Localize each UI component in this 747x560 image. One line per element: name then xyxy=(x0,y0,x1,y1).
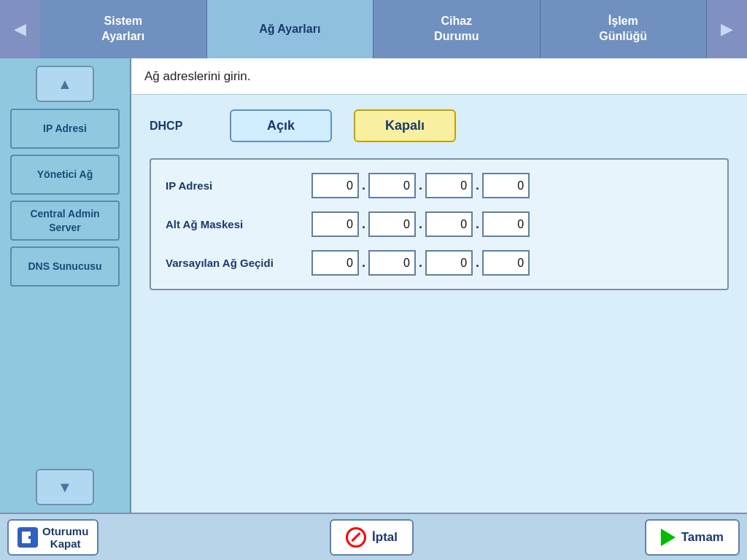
content-header-text: Ağ adreslerini girin. xyxy=(144,69,251,84)
content-body: DHCP Açık Kapalı IP Adresi . . . xyxy=(131,95,747,513)
tab-ag[interactable]: Ağ Ayarları xyxy=(207,0,374,58)
oturumu-kapat-button[interactable]: OturumuKapat xyxy=(7,519,98,556)
varsayilan-dot-3: . xyxy=(476,255,479,271)
alt-ag-octet-1[interactable] xyxy=(311,211,359,237)
dhcp-kapali-button[interactable]: Kapalı xyxy=(354,109,456,142)
ip-dot-1: . xyxy=(362,178,365,193)
oturumu-kapat-icon xyxy=(18,527,38,548)
tab-islem[interactable]: İşlemGünlüğü xyxy=(541,0,708,58)
varsayilan-octet-1[interactable] xyxy=(311,250,359,276)
cancel-icon xyxy=(346,527,366,548)
dhcp-acik-button[interactable]: Açık xyxy=(230,109,332,142)
ip-adresi-row: IP Adresi . . . xyxy=(166,173,713,198)
alt-ag-octet-2[interactable] xyxy=(368,211,416,237)
ip-adresi-octet-4[interactable] xyxy=(482,173,530,198)
svg-marker-2 xyxy=(31,534,34,540)
main-layout: ▲ IP Adresi Yönetici Ağ Central Admin Se… xyxy=(0,58,747,513)
nav-left-arrow[interactable]: ◀ xyxy=(0,0,40,58)
content-area: Ağ adreslerini girin. DHCP Açık Kapalı I… xyxy=(131,58,747,513)
varsayilan-dot-2: . xyxy=(419,255,422,271)
sidebar-down-arrow[interactable]: ▼ xyxy=(36,469,94,505)
varsayilan-fields: . . . xyxy=(311,250,530,276)
ip-adresi-octet-1[interactable] xyxy=(311,173,359,198)
tamam-button[interactable]: Tamam xyxy=(645,519,740,556)
iptal-button[interactable]: İptal xyxy=(330,519,414,556)
sidebar-item-dns-sunucusu[interactable]: DNS Sunucusu xyxy=(10,246,120,287)
ip-adresi-octet-2[interactable] xyxy=(368,173,416,198)
sidebar-item-yonetici-ag[interactable]: Yönetici Ağ xyxy=(10,155,120,195)
bottom-bar: OturumuKapat İptal Tamam xyxy=(0,513,747,560)
varsayilan-octet-3[interactable] xyxy=(425,250,473,276)
alt-ag-fields: . . . xyxy=(311,211,530,237)
alt-ag-dot-3: . xyxy=(476,217,479,232)
dhcp-row: DHCP Açık Kapalı xyxy=(150,109,729,142)
varsayilan-octet-4[interactable] xyxy=(482,250,530,276)
iptal-label: İptal xyxy=(372,530,398,545)
sidebar-up-arrow[interactable]: ▲ xyxy=(36,66,94,102)
alt-ag-octet-3[interactable] xyxy=(425,211,473,237)
alt-ag-row: Alt Ağ Maskesi . . . xyxy=(166,211,713,237)
tab-cihaz[interactable]: CihazDurumu xyxy=(374,0,541,58)
ip-dot-3: . xyxy=(476,178,479,193)
varsayilan-dot-1: . xyxy=(362,255,365,271)
ip-adresi-label: IP Adresi xyxy=(166,179,311,193)
dhcp-label: DHCP xyxy=(150,120,208,133)
sidebar-item-central-admin[interactable]: Central Admin Server xyxy=(10,201,120,241)
ip-dot-2: . xyxy=(419,178,422,193)
oturumu-kapat-label: OturumuKapat xyxy=(42,525,88,550)
tab-sistem[interactable]: SistemAyarları xyxy=(40,0,207,58)
alt-ag-dot-2: . xyxy=(419,217,422,232)
alt-ag-dot-1: . xyxy=(362,217,365,232)
content-header: Ağ adreslerini girin. xyxy=(131,58,747,95)
door-icon xyxy=(20,530,35,545)
tamam-label: Tamam xyxy=(681,530,724,545)
varsayilan-row: Varsayılan Ağ Geçidi . . . xyxy=(166,250,713,276)
alt-ag-octet-4[interactable] xyxy=(482,211,530,237)
varsayilan-octet-2[interactable] xyxy=(368,250,416,276)
sidebar: ▲ IP Adresi Yönetici Ağ Central Admin Se… xyxy=(0,58,131,513)
ip-adresi-fields: . . . xyxy=(311,173,530,198)
alt-ag-label: Alt Ağ Maskesi xyxy=(166,217,311,232)
ip-settings-box: IP Adresi . . . Alt Ağ Maskesi xyxy=(150,158,729,290)
ip-adresi-octet-3[interactable] xyxy=(425,173,473,198)
top-nav: ◀ SistemAyarları Ağ Ayarları CihazDurumu… xyxy=(0,0,747,58)
varsayilan-label: Varsayılan Ağ Geçidi xyxy=(166,256,311,271)
play-icon xyxy=(661,529,676,546)
nav-right-arrow[interactable]: ▶ xyxy=(707,0,747,58)
sidebar-item-ip-adresi[interactable]: IP Adresi xyxy=(10,109,120,149)
